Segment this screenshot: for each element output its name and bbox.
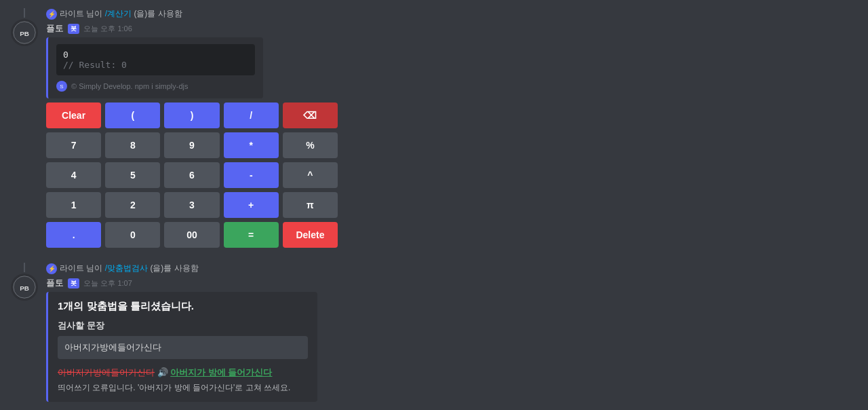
cmd-user-1: 라이트 님이 /계산기 (을)를 사용함: [60, 8, 182, 20]
btn-4[interactable]: 4: [46, 162, 101, 188]
btn-3[interactable]: 3: [164, 192, 219, 218]
calc-row-5: . 0 00 = Delete: [46, 222, 338, 248]
spell-speaker-icon: 🔊: [157, 367, 171, 377]
username-1: 플토: [46, 22, 64, 35]
btn-backspace[interactable]: ⌫: [283, 102, 338, 128]
btn-00[interactable]: 00: [164, 222, 219, 248]
spell-error-desc: 띄어쓰기 오류입니다. '아버지가 방에 들어가신다'로 고쳐 쓰세요.: [58, 382, 308, 394]
calc-display: 0 // Result: 0: [56, 44, 255, 75]
message-content-spellcheck: ⚡ 라이트 님이 /맞춤법검사 (을)를 사용함 플토 봇 오늘 오후 1:07…: [46, 263, 857, 402]
btn-2[interactable]: 2: [105, 192, 160, 218]
btn-dot[interactable]: .: [46, 222, 101, 248]
message-header-2: 플토 봇 오늘 오후 1:07: [46, 277, 857, 289]
slash-icon: ⚡: [46, 9, 57, 20]
reply-line-2: [24, 263, 25, 272]
spell-input-display: 아버지가방에들어가신다: [58, 336, 308, 359]
timestamp-1: 오늘 오후 1:06: [83, 24, 132, 34]
spell-section-label: 검사할 문장: [58, 320, 308, 332]
slash-icon-2: ⚡: [46, 263, 57, 274]
calc-result-comment: // Result: 0: [63, 60, 248, 70]
message-header-1: 플토 봇 오늘 오후 1:06: [46, 22, 857, 35]
svg-text:PB: PB: [20, 30, 29, 37]
btn-caret[interactable]: ^: [283, 162, 338, 188]
btn-6[interactable]: 6: [164, 162, 219, 188]
calc-row-3: 4 5 6 - ^: [46, 162, 338, 188]
btn-clear[interactable]: Clear: [46, 102, 101, 128]
calc-row-1: Clear ( ) / ⌫: [46, 102, 338, 128]
timestamp-2: 오늘 오후 1:07: [83, 278, 132, 288]
command-line-1: ⚡ 라이트 님이 /계산기 (을)를 사용함: [46, 8, 857, 20]
svg-text:PB: PB: [20, 284, 29, 292]
username-2: 플토: [46, 277, 64, 289]
spell-correction: 아버지가 방에 들어가신다: [170, 367, 272, 377]
btn-close-paren[interactable]: ): [164, 102, 219, 128]
avatar: PB: [11, 19, 38, 46]
bot-badge-2: 봇: [68, 278, 79, 288]
message-group-calculator: PB ⚡ 라이트 님이 /계산기 (을)를 사용함 플토 봇 오늘 오후 1:0…: [11, 8, 857, 252]
reply-line: [24, 8, 25, 18]
spellcheck-embed: 1개의 맞춤법을 틀리셨습니다. 검사할 문장 아버지가방에들어가신다 아버지가…: [46, 292, 317, 402]
spell-wrong: 아버지가방에들어가신다: [58, 367, 155, 377]
btn-percent[interactable]: %: [283, 132, 338, 158]
calculator-buttons: Clear ( ) / ⌫ 7 8 9 * % 4 5: [46, 102, 338, 248]
calc-footer: S © Simply Develop. npm i simply-djs: [56, 81, 255, 92]
chat-area: PB ⚡ 라이트 님이 /계산기 (을)를 사용함 플토 봇 오늘 오후 1:0…: [0, 0, 868, 410]
message-group-spellcheck: PB ⚡ 라이트 님이 /맞춤법검사 (을)를 사용함 플토 봇 오늘 오후 1…: [11, 263, 857, 402]
message-content-calculator: ⚡ 라이트 님이 /계산기 (을)를 사용함 플토 봇 오늘 오후 1:06 0…: [46, 8, 857, 252]
btn-8[interactable]: 8: [105, 132, 160, 158]
calculator-embed: 0 // Result: 0 S © Simply Develop. npm i…: [46, 37, 263, 98]
btn-0[interactable]: 0: [105, 222, 160, 248]
command-line-2: ⚡ 라이트 님이 /맞춤법검사 (을)를 사용함: [46, 263, 857, 274]
btn-pi[interactable]: π: [283, 192, 338, 218]
calc-footer-text: © Simply Develop. npm i simply-djs: [71, 82, 189, 90]
calc-row-4: 1 2 3 + π: [46, 192, 338, 218]
calc-row-2: 7 8 9 * %: [46, 132, 338, 158]
btn-divide[interactable]: /: [224, 102, 279, 128]
btn-7[interactable]: 7: [46, 132, 101, 158]
bot-badge-1: 봇: [68, 24, 79, 34]
btn-minus[interactable]: -: [224, 162, 279, 188]
footer-icon: S: [56, 81, 67, 92]
btn-multiply[interactable]: *: [224, 132, 279, 158]
spell-result-text: 아버지가방에들어가신다 🔊 아버지가 방에 들어가신다: [58, 366, 308, 379]
btn-delete[interactable]: Delete: [283, 222, 338, 248]
btn-plus[interactable]: +: [224, 192, 279, 218]
btn-equals[interactable]: =: [224, 222, 279, 248]
btn-open-paren[interactable]: (: [105, 102, 160, 128]
btn-9[interactable]: 9: [164, 132, 219, 158]
spell-title: 1개의 맞춤법을 틀리셨습니다.: [58, 300, 308, 313]
calc-value: 0: [63, 50, 248, 60]
btn-1[interactable]: 1: [46, 192, 101, 218]
cmd-user-2: 라이트 님이 /맞춤법검사 (을)를 사용함: [60, 263, 199, 274]
avatar-2: PB: [11, 274, 38, 301]
btn-5[interactable]: 5: [105, 162, 160, 188]
